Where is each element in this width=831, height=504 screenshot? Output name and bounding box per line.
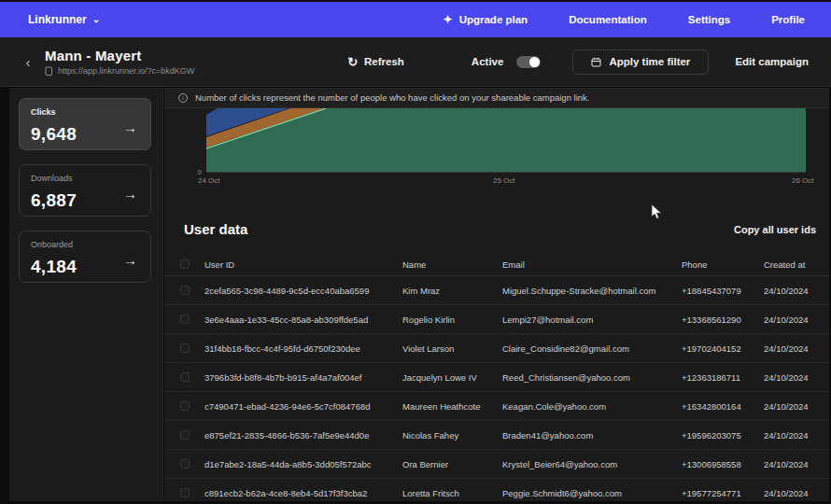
active-toggle[interactable] xyxy=(516,56,541,68)
active-label: Active xyxy=(472,56,504,67)
column-header-created-at: Created at xyxy=(764,259,816,270)
y-tick-zero: 0 xyxy=(198,168,203,176)
cell-created-at: 24/10/2024 xyxy=(764,401,816,412)
top-nav: Linkrunner ⌄ ✦ Upgrade plan Documentatio… xyxy=(0,2,831,37)
chevron-down-icon: ⌄ xyxy=(92,14,100,24)
row-checkbox[interactable] xyxy=(180,315,190,324)
brand-menu[interactable]: Linkrunner ⌄ xyxy=(28,13,100,26)
nav-item-label: Profile xyxy=(771,14,805,25)
cell-phone: +12363186711 xyxy=(682,372,764,383)
cell-name: Violet Larson xyxy=(402,343,502,354)
nav-item-label: Documentation xyxy=(569,14,647,25)
campaign-header: ‹ Mann - Mayert https://app.linkrunner.i… xyxy=(0,37,831,87)
cell-name: Nicolas Fahey xyxy=(402,430,502,441)
table-row[interactable]: 3e6e4aaa-1e33-45cc-85a8-ab309ffde5ad Rog… xyxy=(164,305,829,334)
main-content: i Number of clicks represent the number … xyxy=(164,88,829,501)
refresh-button[interactable]: ↻ Refresh xyxy=(347,56,404,68)
nav-item-upgrade-plan[interactable]: ✦ Upgrade plan xyxy=(444,13,528,26)
nav-item-label: Settings xyxy=(688,14,730,25)
x-tick: 26 Oct xyxy=(792,176,814,185)
campaign-url[interactable]: https://app.linkrunner.io/?c=bkdKGW xyxy=(45,66,194,77)
cell-email: Krystel_Beier64@yahoo.com xyxy=(502,459,682,469)
stat-card[interactable]: Onboarded 4,184 → xyxy=(19,231,151,283)
cell-user-id: 3796b3fd-b8f8-4b7b-b915-af4a7af004ef xyxy=(204,372,402,383)
cell-phone: +19596203075 xyxy=(682,430,764,441)
cell-phone: +19702404152 xyxy=(682,343,764,354)
cell-phone: +16342800164 xyxy=(682,401,764,412)
cell-name: Jacquelyn Lowe IV xyxy=(402,372,502,383)
user-table-body: 2cefa565-3c98-4489-9c5d-ecc40aba6599 Kim… xyxy=(164,276,829,501)
copy-link-icon xyxy=(45,66,53,77)
row-checkbox[interactable] xyxy=(180,430,190,440)
nav-item-label: Upgrade plan xyxy=(459,14,528,25)
cell-email: Miguel.Schuppe-Stracke@hotmail.com xyxy=(502,286,682,296)
column-header-user-id: User ID xyxy=(204,259,402,270)
cell-user-id: e875ef21-2835-4866-b536-7af5e9e44d0e xyxy=(204,430,402,441)
cell-created-at: 24/10/2024 xyxy=(764,286,816,296)
row-checkbox[interactable] xyxy=(180,488,190,497)
info-banner: i Number of clicks represent the number … xyxy=(164,88,829,108)
cell-email: Reed_Christiansen@yahoo.com xyxy=(502,372,682,383)
cell-phone: +13006958558 xyxy=(682,459,764,469)
nav-item-profile[interactable]: Profile xyxy=(771,14,805,25)
page-title: Mann - Mayert xyxy=(45,48,194,63)
row-checkbox[interactable] xyxy=(180,372,190,382)
cell-name: Kim Mraz xyxy=(402,286,502,296)
calendar-icon xyxy=(591,57,601,67)
cell-email: Keagan.Cole@yahoo.com xyxy=(502,401,682,412)
refresh-icon: ↻ xyxy=(347,56,358,68)
row-checkbox[interactable] xyxy=(180,286,190,295)
arrow-right-icon: → xyxy=(123,186,137,202)
stat-card[interactable]: Downloads 6,887 → xyxy=(19,164,151,217)
arrow-right-icon: → xyxy=(123,119,137,135)
copy-all-user-ids-button[interactable]: Copy all user ids xyxy=(734,224,816,235)
table-row[interactable]: 31f4bb18-fbcc-4c4f-95fd-d6750f230dee Vio… xyxy=(164,334,829,363)
cell-email: Claire_Considine82@gmail.com xyxy=(502,343,682,354)
row-checkbox[interactable] xyxy=(180,459,190,469)
table-header-row: User ID Name Email Phone Created at xyxy=(164,253,829,276)
table-row[interactable]: 3796b3fd-b8f8-4b7b-b915-af4a7af004ef Jac… xyxy=(164,363,829,392)
refresh-label: Refresh xyxy=(364,56,404,67)
column-header-name: Name xyxy=(402,259,502,270)
cell-user-id: d1e7abe2-18a5-44da-a8b5-3dd05f572abc xyxy=(204,459,402,469)
cell-name: Rogelio Kirlin xyxy=(402,315,502,325)
column-header-phone: Phone xyxy=(682,259,764,270)
cell-user-id: 3e6e4aaa-1e33-45cc-85a8-ab309ffde5ad xyxy=(204,315,402,325)
x-tick: 24 Oct xyxy=(198,176,220,185)
cell-user-id: 31f4bb18-fbcc-4c4f-95fd-d6750f230dee xyxy=(204,343,402,354)
stat-label: Onboarded xyxy=(31,240,139,249)
cell-created-at: 24/10/2024 xyxy=(764,430,816,441)
table-row[interactable]: c891ecb2-b62a-4ce8-8eb4-5d17f3f3cba2 Lor… xyxy=(164,479,829,501)
cell-created-at: 24/10/2024 xyxy=(764,343,816,354)
table-row[interactable]: d1e7abe2-18a5-44da-a8b5-3dd05f572abc Ora… xyxy=(164,450,829,479)
cell-created-at: 24/10/2024 xyxy=(764,488,816,498)
brand-label: Linkrunner xyxy=(28,13,87,26)
info-banner-text: Number of clicks represent the number of… xyxy=(195,92,589,103)
apply-time-filter-button[interactable]: Apply time filter xyxy=(572,49,709,75)
stats-sidebar: Clicks 9,648 → Downloads 6,887 → Onboard… xyxy=(9,88,163,501)
toggle-knob xyxy=(529,57,540,67)
select-all-checkbox[interactable] xyxy=(180,259,190,269)
cell-created-at: 24/10/2024 xyxy=(764,459,816,469)
cell-user-id: 2cefa565-3c98-4489-9c5d-ecc40aba6599 xyxy=(204,286,402,296)
cell-name: Maureen Heathcote xyxy=(402,401,502,412)
nav-item-settings[interactable]: Settings xyxy=(688,14,730,25)
cell-name: Ora Bernier xyxy=(402,459,502,469)
nav-item-documentation[interactable]: Documentation xyxy=(569,14,647,25)
back-button[interactable]: ‹ xyxy=(19,54,37,70)
sparkle-icon: ✦ xyxy=(444,13,453,26)
edit-campaign-button[interactable]: Edit campaign xyxy=(735,56,809,67)
cell-email: Braden41@yahoo.com xyxy=(502,430,682,441)
time-filter-label: Apply time filter xyxy=(609,56,690,67)
table-row[interactable]: c7490471-ebad-4236-94e6-5c7cf084768d Mau… xyxy=(164,392,829,421)
user-data-title: User data xyxy=(184,221,247,237)
cell-created-at: 24/10/2024 xyxy=(764,372,816,383)
table-row[interactable]: 2cefa565-3c98-4489-9c5d-ecc40aba6599 Kim… xyxy=(164,276,829,305)
stat-label: Clicks xyxy=(31,107,139,117)
stat-card[interactable]: Clicks 9,648 → xyxy=(19,98,151,150)
cell-created-at: 24/10/2024 xyxy=(764,315,816,325)
row-checkbox[interactable] xyxy=(180,401,190,411)
row-checkbox[interactable] xyxy=(180,343,190,353)
cell-user-id: c7490471-ebad-4236-94e6-5c7cf084768d xyxy=(204,401,402,412)
table-row[interactable]: e875ef21-2835-4866-b536-7af5e9e44d0e Nic… xyxy=(164,421,829,450)
